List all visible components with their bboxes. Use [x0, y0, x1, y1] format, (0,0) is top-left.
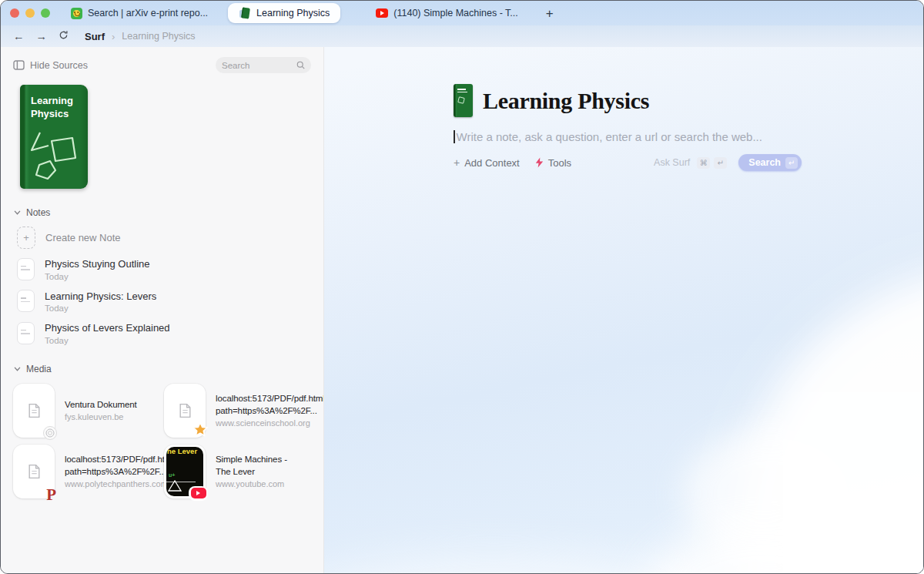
create-new-note-button[interactable]: + Create new Note — [17, 227, 323, 249]
notes-header-label: Notes — [26, 207, 50, 218]
document-icon — [28, 464, 41, 479]
video-thumbnail: he Lever u+ — [164, 445, 206, 498]
hide-sources-label: Hide Sources — [30, 60, 88, 71]
note-title: Learning Physics: Levers — [45, 290, 156, 304]
media-title: Ventura Dokument — [65, 400, 137, 409]
youtube-favicon-icon — [376, 7, 388, 19]
document-card — [164, 384, 206, 438]
media-item-polytechpanthers[interactable]: P localhost:5173/PDF/pdf.html path=https… — [13, 445, 164, 498]
notebook-cover[interactable]: Learning Physics — [20, 85, 88, 189]
note-icon — [17, 290, 35, 312]
media-section-header[interactable]: Media — [1, 364, 323, 374]
document-card: P — [13, 445, 55, 498]
note-date: Today — [45, 304, 156, 313]
notebook-mini-icon — [454, 84, 473, 117]
thumbnail-overlay-text: u+ — [169, 472, 175, 478]
media-title: Simple Machines - — [216, 454, 314, 466]
chevron-down-icon — [14, 367, 21, 371]
note-item[interactable]: Physics Stuying Outline Today — [17, 257, 323, 281]
tools-button[interactable]: Tools — [535, 157, 571, 169]
breadcrumb-current: Learning Physics — [122, 31, 195, 42]
app-window: Search | arXiv e-print repo... Learning … — [0, 0, 924, 574]
plus-icon: + — [454, 157, 460, 168]
document-icon — [179, 403, 192, 418]
text-caret — [454, 130, 455, 143]
note-date: Today — [45, 336, 170, 345]
notebook-cover-title: Learning Physics — [20, 85, 88, 121]
add-context-button[interactable]: + Add Context — [454, 157, 520, 169]
media-item-youtube-lever[interactable]: he Lever u+ Simple Machines - The L — [164, 445, 315, 498]
tools-label: Tools — [548, 157, 571, 169]
media-header-label: Media — [26, 364, 52, 374]
sidebar-search — [216, 57, 311, 73]
media-title: localhost:5173/PDF/pdf.html — [65, 454, 163, 466]
reload-button[interactable] — [59, 30, 69, 42]
media-title-line2: path=https%3A%2F%2F... — [216, 405, 314, 418]
minimize-window-button[interactable] — [25, 8, 35, 18]
star-badge-icon — [190, 420, 210, 443]
reload-icon — [59, 30, 69, 40]
media-domain: fys.kuleuven.be — [65, 412, 163, 421]
plus-icon: + — [17, 227, 35, 249]
lightning-bolt-icon — [535, 157, 544, 168]
notes-section-header[interactable]: Notes — [1, 207, 323, 218]
back-button[interactable]: ← — [13, 31, 25, 42]
breadcrumb: Surf › Learning Physics — [85, 31, 196, 42]
document-card — [13, 384, 55, 438]
add-context-label: Add Context — [464, 157, 520, 169]
note-item[interactable]: Learning Physics: Levers Today — [17, 290, 323, 314]
media-domain: www.polytechpanthers.com — [65, 479, 168, 488]
tab-label: Learning Physics — [256, 8, 330, 18]
media-title-line2: The Lever — [216, 466, 314, 478]
breadcrumb-separator: › — [112, 31, 115, 42]
sidebar-panel-icon — [13, 60, 25, 70]
geometric-shapes-icon — [28, 129, 82, 185]
tab-learning-physics[interactable]: Learning Physics — [228, 3, 340, 23]
media-title-line2: path=https%3A%2F%2F... — [65, 466, 163, 478]
fulcrum-triangle-icon — [168, 480, 182, 492]
tab-label: Search | arXiv e-print repo... — [88, 8, 208, 18]
return-key-icon: ↵ — [785, 157, 798, 169]
page-title: Learning Physics — [483, 88, 649, 114]
ask-surf-label: Ask Surf — [654, 157, 690, 168]
composer-input[interactable]: Write a note, ask a question, enter a ur… — [454, 130, 802, 143]
tab-bar: Search | arXiv e-print repo... Learning … — [1, 1, 923, 25]
fullscreen-window-button[interactable] — [41, 8, 50, 18]
breadcrumb-root[interactable]: Surf — [85, 31, 105, 42]
media-title: localhost:5173/PDF/pdf.html — [216, 393, 314, 405]
note-title: Physics Stuying Outline — [45, 257, 150, 271]
search-icon — [296, 61, 305, 69]
media-item-scienceinschool[interactable]: localhost:5173/PDF/pdf.html path=https%3… — [164, 384, 315, 438]
composer: Learning Physics Write a note, ask a que… — [454, 84, 802, 171]
note-icon — [17, 322, 35, 344]
note-date: Today — [45, 272, 150, 281]
search-submit-button[interactable]: Search ↵ — [738, 154, 802, 171]
composer-placeholder: Write a note, ask a question, enter a ur… — [457, 130, 762, 143]
return-key-icon: ↵ — [714, 157, 727, 169]
forward-button[interactable]: → — [36, 31, 48, 42]
sources-sidebar: Hide Sources Learning Physics — [1, 47, 324, 573]
media-domain: www.youtube.com — [216, 479, 314, 488]
media-grid: Ventura Dokument fys.kuleuven.be — [1, 374, 323, 498]
notebook-favicon-icon — [239, 7, 251, 19]
tab-arxiv-search[interactable]: Search | arXiv e-print repo... — [62, 3, 216, 23]
youtube-play-badge — [189, 486, 208, 501]
tab-label: (1140) Simple Machines - T... — [393, 8, 517, 18]
note-item[interactable]: Physics of Levers Explained Today — [17, 321, 323, 345]
media-domain: www.scienceinschool.org — [216, 418, 314, 428]
tab-youtube-simple-machines[interactable]: (1140) Simple Machines - T... — [368, 3, 525, 23]
sidebar-search-input[interactable] — [222, 61, 296, 70]
hide-sources-button[interactable]: Hide Sources — [13, 60, 88, 71]
new-tab-button[interactable]: + — [546, 7, 554, 20]
thumbnail-title-text: he Lever — [167, 447, 197, 455]
create-note-label: Create new Note — [45, 232, 121, 243]
document-icon — [28, 403, 41, 418]
navigation-bar: ← → Surf › Learning Physics — [1, 25, 923, 47]
chevron-down-icon — [14, 210, 21, 215]
university-seal-icon — [43, 426, 57, 440]
close-window-button[interactable] — [10, 8, 19, 18]
media-item-kuleuven[interactable]: Ventura Dokument fys.kuleuven.be — [13, 384, 164, 438]
smiley-favicon-icon — [70, 7, 82, 19]
search-button-label: Search — [748, 157, 781, 168]
window-controls — [10, 8, 50, 18]
